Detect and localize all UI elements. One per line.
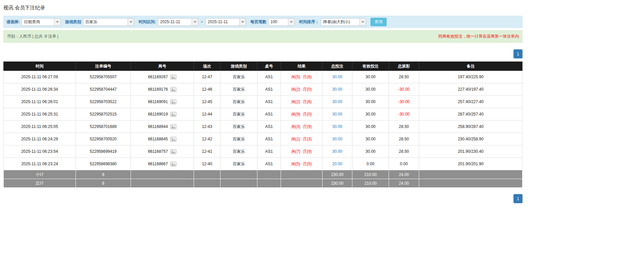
result-banker: 庄(0) [303, 112, 312, 117]
cell-session: 12-41 [194, 145, 220, 158]
subtotal-count: 8 [76, 170, 131, 179]
cell-result: 闲(1) 庄(3) [281, 133, 323, 145]
date-range-label: 时间区间: [139, 19, 156, 25]
cell-valid-bet: 0.00 [352, 158, 389, 170]
result-player: 闲(5) [291, 75, 300, 79]
pagination-top: 1 [3, 49, 523, 58]
date-from-caret-button[interactable] [192, 18, 198, 26]
cell-bet-id: 522958705507 [76, 71, 131, 83]
cell-bet-id: 522958702515 [76, 108, 131, 121]
date-to-input[interactable] [206, 18, 239, 26]
subtotal-label: 小计 [4, 170, 76, 179]
result-player: 闲(9) [291, 112, 300, 117]
cell-game-type: 百家乐 [220, 71, 257, 83]
total-bet-link[interactable]: 30.00 [332, 124, 342, 129]
cell-table-no: AS1 [257, 121, 281, 133]
sort-order-input[interactable] [321, 18, 359, 26]
round-result-image-icon[interactable] [170, 124, 177, 129]
total-bet-link[interactable]: 30.00 [332, 137, 342, 141]
result-banker: 庄(9) [303, 124, 312, 129]
cell-game-type: 百家乐 [220, 108, 257, 121]
round-number: 661168944 [148, 124, 168, 129]
cell-round: 661168845 [131, 133, 194, 145]
cell-time: 2025-11-11 06:23:54 [4, 145, 76, 158]
cell-round: 661168757 [131, 145, 194, 158]
cell-table-no: AS1 [257, 133, 281, 145]
cell-session: 12-45 [194, 96, 220, 108]
date-to-caret-button[interactable] [239, 18, 246, 26]
result-banker: 庄(6) [303, 75, 312, 79]
cell-game-type: 百家乐 [220, 133, 257, 145]
game-type-combobox [83, 18, 134, 26]
round-result-image-icon[interactable] [170, 137, 177, 142]
page-size-caret-button[interactable] [288, 18, 294, 26]
select-type-input[interactable] [22, 18, 54, 26]
round-number: 661169019 [148, 112, 168, 117]
game-type-caret-button[interactable] [128, 18, 134, 26]
summary-bar: 币别：人民币 | 总共 :8 注单 | 同局有效投注，统一计算在该局第一张注单内 [3, 30, 523, 43]
total-bet-link[interactable]: 30.00 [332, 112, 342, 117]
page-title: 视讯 会员下注纪录 [3, 3, 523, 16]
select-type-caret-button[interactable] [54, 18, 60, 26]
sort-order-combobox [321, 18, 366, 26]
total-bet-link[interactable]: 30.00 [332, 87, 342, 92]
subtotal-payout: 24.00 [389, 170, 419, 179]
cell-valid-bet: 30.00 [352, 83, 389, 96]
cell-session: 12-46 [194, 83, 220, 96]
cell-round: 661169267 [131, 71, 194, 83]
round-result-image-icon[interactable] [170, 162, 177, 167]
cell-session: 12-47 [194, 71, 220, 83]
cell-time: 2025-11-11 06:25:05 [4, 121, 76, 133]
page-button[interactable]: 1 [513, 194, 523, 203]
table-row: 2025-11-11 06:25:31 522958702515 6611690… [4, 108, 523, 121]
round-number: 661168845 [148, 137, 168, 141]
cell-valid-bet: 30.00 [352, 145, 389, 158]
total-bet-link[interactable]: 30.00 [332, 149, 342, 154]
total-valid-bet: 210.00 [352, 179, 389, 188]
total-bet-link[interactable]: 30.00 [332, 99, 342, 104]
page-size-input[interactable] [268, 18, 288, 26]
cell-remark: 230.40/258.90 [419, 133, 523, 145]
cell-game-type: 百家乐 [220, 145, 257, 158]
round-result-image-icon[interactable] [170, 87, 177, 92]
header-result: 结果 [281, 62, 323, 71]
round-number: 661168757 [148, 149, 168, 154]
table-row: 2025-11-11 06:27:09 522958705507 6611692… [4, 71, 523, 83]
result-banker: 庄(5) [303, 162, 312, 166]
result-player: 闲(2) [291, 87, 300, 92]
cell-session: 12-42 [194, 133, 220, 145]
table-row: 2025-11-11 06:25:05 522958701689 6611689… [4, 121, 523, 133]
cell-round: 661169176 [131, 83, 194, 96]
total-bet-link[interactable]: 30.00 [332, 75, 342, 79]
total-total-bet: 230.00 [323, 179, 352, 188]
cell-table-no: AS1 [257, 96, 281, 108]
cell-total-bet: 30.00 [323, 83, 352, 96]
game-type-input[interactable] [83, 18, 128, 26]
cell-result: 闲(9) 庄(0) [281, 108, 323, 121]
cell-total-bet: 30.00 [323, 108, 352, 121]
round-number: 661168667 [148, 162, 168, 166]
date-from-input[interactable] [158, 18, 192, 26]
bet-records-table: 时间 注单编号 局号 场次 游戏类别 桌号 结果 总投注 有效投注 总派彩 备注… [3, 61, 523, 188]
round-number: 661169176 [148, 87, 168, 92]
round-result-image-icon[interactable] [170, 112, 177, 117]
cell-round: 661168944 [131, 121, 194, 133]
page-button[interactable]: 1 [513, 49, 523, 58]
total-bet-link[interactable]: 20.00 [332, 162, 342, 166]
round-result-image-icon[interactable] [170, 149, 177, 154]
page-size-label: 每页笔数 [250, 19, 266, 25]
cell-valid-bet: 30.00 [352, 121, 389, 133]
total-count: 8 [76, 179, 131, 188]
cell-total-bet: 30.00 [323, 96, 352, 108]
payout-cell: -30.00 [389, 83, 419, 96]
cell-remark: 257.40/227.40 [419, 96, 523, 108]
table-row: 2025-11-11 06:23:24 522958698380 6611686… [4, 158, 523, 170]
cell-time: 2025-11-11 06:26:34 [4, 83, 76, 96]
sort-order-caret-button[interactable] [359, 18, 366, 26]
cell-time: 2025-11-11 06:26:01 [4, 96, 76, 108]
round-result-image-icon[interactable] [170, 99, 177, 104]
valid-bet-note: 同局有效投注，统一计算在该局第一张注单内 [438, 34, 519, 39]
round-result-image-icon[interactable] [170, 75, 177, 80]
cell-remark: 197.40/225.90 [419, 71, 523, 83]
search-button[interactable]: 查询 [370, 18, 387, 26]
